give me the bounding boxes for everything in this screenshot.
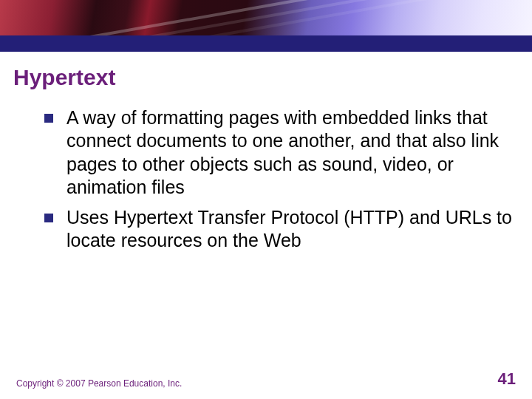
title-area: Hypertext (0, 52, 532, 93)
page-number: 41 (498, 369, 516, 389)
bullet-text: Uses Hypertext Transfer Protocol (HTTP) … (66, 206, 514, 253)
footer: Copyright © 2007 Pearson Education, Inc.… (0, 369, 532, 389)
content-area: A way of formatting pages with embedded … (0, 93, 532, 253)
bullet-square-icon (44, 114, 53, 123)
bullet-item: Uses Hypertext Transfer Protocol (HTTP) … (44, 206, 514, 253)
header-banner (0, 0, 532, 52)
bullet-item: A way of formatting pages with embedded … (44, 106, 514, 199)
slide-title: Hypertext (13, 65, 519, 90)
banner-photo (0, 0, 532, 35)
banner-stripe (0, 35, 532, 52)
bullet-text: A way of formatting pages with embedded … (66, 106, 514, 199)
copyright-text: Copyright © 2007 Pearson Education, Inc. (16, 378, 182, 389)
bullet-square-icon (44, 214, 53, 222)
